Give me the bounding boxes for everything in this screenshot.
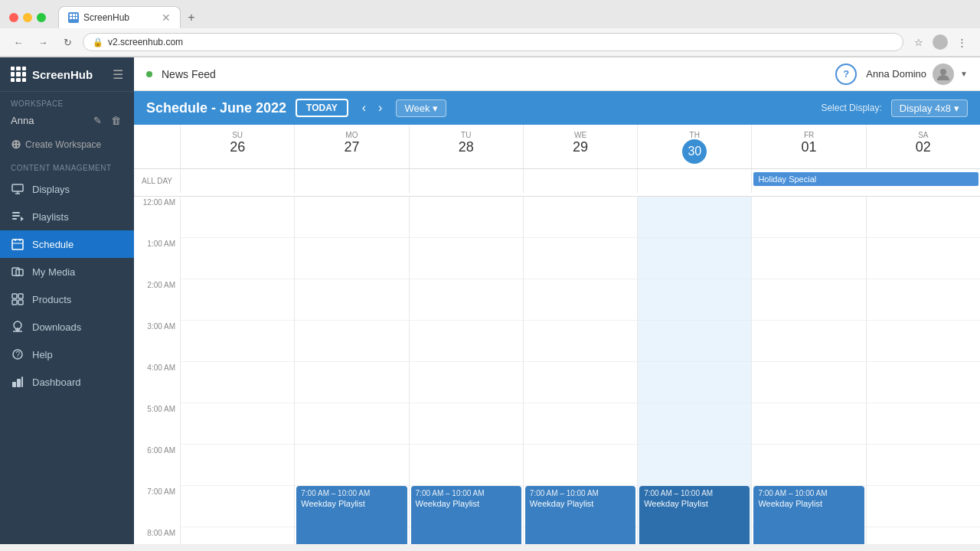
header-day-1: MO 27 [294,125,408,168]
svg-rect-28 [12,382,16,387]
svg-rect-1 [73,14,75,16]
day-cell-3-6 [524,445,637,486]
workspace-select[interactable]: Anna [11,115,85,126]
week-view-select[interactable]: Week ▾ [396,99,446,117]
today-button[interactable]: TODAY [296,99,348,117]
display-select[interactable]: Display 4x8 ▾ [891,99,968,117]
topbar: News Feed ? Anna Domino ▼ [134,57,980,91]
day-cell-0-0 [181,197,294,238]
workspace-actions: ✎ 🗑 [90,112,123,128]
new-tab-button[interactable]: + [181,7,202,28]
event-time-label: 7:00 AM – 10:00 AM [758,489,859,497]
next-week-button[interactable]: › [374,99,387,116]
day-cell-6-5 [867,403,980,445]
svg-rect-2 [76,14,77,16]
allday-cell-5[interactable]: Holiday Special [751,169,980,193]
workspace-section-label: WORKSPACE [11,99,123,108]
svg-rect-30 [21,377,23,387]
help-circle-button[interactable]: ? [835,64,857,85]
schedule-header: Schedule - June 2022 TODAY ‹ › Week ▾ Se… [134,91,980,125]
event-title-label: Weekday Playlist [416,499,517,508]
event-time-label: 7:00 AM – 10:00 AM [416,489,517,497]
allday-cell-0 [180,169,294,193]
event-time-label: 7:00 AM – 10:00 AM [530,489,631,497]
day-cell-4-6 [638,445,751,486]
lock-icon: 🔒 [93,37,103,47]
day-cell-4-3 [638,321,751,362]
sidebar-item-products[interactable]: Products [0,285,134,313]
sidebar-item-dashboard[interactable]: Dashboard [0,368,134,396]
app: ScreenHub ☰ WORKSPACE Anna ✎ 🗑 ⊕ Create … [0,57,980,544]
svg-rect-3 [70,17,72,19]
day-cell-2-1 [410,238,523,279]
user-menu[interactable]: Anna Domino ▼ [866,64,968,85]
time-slot-4: 4:00 AM [134,362,180,403]
downloads-icon [11,320,24,334]
sidebar-item-my-media[interactable]: My Media [0,258,134,285]
menu-button[interactable]: ⋮ [952,33,971,51]
svg-rect-19 [12,294,17,298]
traffic-lights [9,13,46,22]
my-media-icon [11,265,24,279]
downloads-label: Downloads [32,321,81,333]
forward-button[interactable]: → [34,33,52,51]
time-slot-1: 1:00 AM [134,238,180,279]
sidebar-item-downloads[interactable]: Downloads [0,313,134,341]
displays-label: Displays [32,184,70,195]
calendar-event-4[interactable]: 7:00 AM – 10:00 AMWeekday Playlist [639,486,750,544]
event-time-label: 7:00 AM – 10:00 AM [644,489,745,497]
day-cell-3-0 [524,197,637,238]
minimize-window-button[interactable] [23,13,32,22]
active-tab[interactable]: ScreenHub ✕ [58,6,181,28]
day-cell-5-3 [752,321,865,362]
day-cell-3-5 [524,403,637,445]
delete-workspace-button[interactable]: 🗑 [108,112,123,128]
calendar-event-2[interactable]: 7:00 AM – 10:00 AMWeekday Playlist [411,486,521,544]
day-cell-6-6 [867,445,980,486]
svg-point-31 [940,69,946,75]
reload-button[interactable]: ↻ [58,33,77,51]
nav-actions: ☆ ⋮ [910,33,971,51]
sidebar-item-playlists[interactable]: Playlists [0,203,134,230]
day-cell-0-8 [181,527,294,544]
prev-week-button[interactable]: ‹ [358,99,371,116]
svg-text:?: ? [16,350,21,359]
svg-rect-6 [12,184,23,191]
allday-event-holiday[interactable]: Holiday Special [753,172,978,186]
sidebar-item-schedule[interactable]: Schedule [0,230,134,258]
calendar-event-3[interactable]: 7:00 AM – 10:00 AMWeekday Playlist [525,486,635,544]
sidebar-item-displays[interactable]: Displays [0,175,134,203]
header-day-2: TU 28 [409,125,523,168]
schedule-icon [11,237,24,251]
back-button[interactable]: ← [9,33,28,51]
allday-cell-1 [294,169,408,193]
products-label: Products [32,294,71,305]
day-cell-0-7 [181,486,294,527]
help-label: Help [32,349,53,360]
event-title-label: Weekday Playlist [301,499,402,508]
calendar-event-1[interactable]: 7:00 AM – 10:00 AMWeekday Playlist [296,486,407,544]
create-workspace-button[interactable]: ⊕ Create Workspace [0,132,134,156]
url-bar[interactable]: 🔒 v2.screenhub.com [83,33,903,51]
logo-label: ScreenHub [32,68,93,81]
tab-close-button[interactable]: ✕ [162,11,171,24]
day-cell-0-4 [181,362,294,403]
sidebar-toggle-button[interactable]: ☰ [113,67,123,82]
day-cell-6-1 [867,238,980,279]
day-cell-6-2 [867,279,980,321]
tab-favicon [68,12,79,23]
profile-button[interactable] [931,33,949,51]
create-workspace-plus-icon: ⊕ [11,137,21,152]
day-cell-5-2 [752,279,865,321]
help-icon: ? [11,347,24,361]
calendar-event-5[interactable]: 7:00 AM – 10:00 AMWeekday Playlist [753,486,864,544]
close-window-button[interactable] [9,13,18,22]
sidebar-item-help[interactable]: ? Help [0,341,134,368]
day-cell-0-6 [181,445,294,486]
edit-workspace-button[interactable]: ✎ [90,112,105,128]
day-cell-6-8 [867,527,980,544]
bookmark-button[interactable]: ☆ [910,33,928,51]
maximize-window-button[interactable] [37,13,46,22]
day-cell-4-5 [638,403,751,445]
header-day-6: SA 02 [866,125,980,168]
